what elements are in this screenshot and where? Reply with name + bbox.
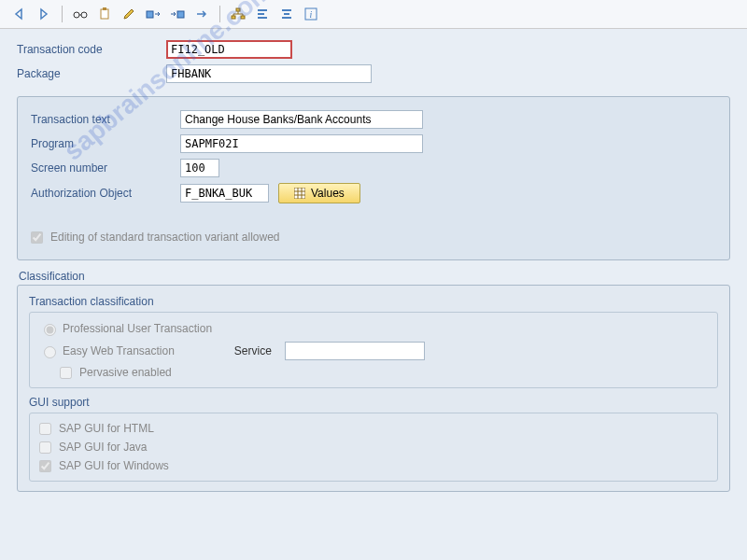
- transaction-code-input[interactable]: [166, 40, 292, 59]
- svg-point-0: [74, 12, 79, 18]
- professional-radio: [44, 324, 56, 336]
- main-content: Transaction code Package Transaction tex…: [0, 29, 747, 503]
- gui-java-label: SAP GUI for Java: [59, 441, 147, 454]
- values-button-label: Values: [311, 187, 345, 200]
- svg-rect-5: [147, 11, 153, 18]
- professional-label: Professional User Transaction: [63, 322, 212, 335]
- program-input[interactable]: [180, 134, 423, 153]
- gui-support-title: GUI support: [29, 396, 718, 409]
- details-panel: Transaction text Program Screen number A…: [17, 96, 730, 260]
- gui-windows-checkbox: [39, 460, 51, 472]
- clipboard-icon[interactable]: [94, 4, 115, 24]
- edit-variant-label: Editing of standard transaction variant …: [50, 231, 279, 244]
- easy-web-label: Easy Web Transaction: [63, 344, 175, 357]
- svg-rect-7: [236, 8, 240, 11]
- svg-rect-4: [103, 7, 106, 10]
- gui-html-label: SAP GUI for HTML: [59, 422, 154, 435]
- separator: [219, 6, 220, 22]
- tx-classification-inner: Professional User Transaction Easy Web T…: [29, 312, 718, 388]
- easy-web-radio: [44, 346, 56, 358]
- transaction-code-label: Transaction code: [17, 43, 166, 56]
- transaction-text-label: Transaction text: [31, 113, 180, 126]
- pencil-icon[interactable]: [119, 4, 139, 24]
- service-input: [285, 342, 425, 360]
- forward-icon[interactable]: [34, 4, 54, 24]
- align-left-icon[interactable]: [252, 4, 273, 24]
- pervasive-checkbox: [60, 367, 72, 379]
- gui-java-checkbox: [39, 441, 51, 454]
- gui-windows-label: SAP GUI for Windows: [59, 459, 169, 472]
- svg-rect-9: [241, 16, 245, 19]
- classification-box: Transaction classification Professional …: [17, 285, 730, 492]
- glasses-icon[interactable]: [70, 4, 91, 24]
- arrow-icon[interactable]: [191, 4, 212, 24]
- gui-support-inner: SAP GUI for HTML SAP GUI for Java SAP GU…: [29, 413, 718, 482]
- service-label: Service: [234, 344, 272, 357]
- screen-number-input[interactable]: [180, 159, 219, 177]
- back-icon[interactable]: [9, 4, 30, 24]
- svg-rect-6: [177, 11, 184, 18]
- svg-point-1: [81, 12, 87, 18]
- table-icon: [294, 188, 305, 199]
- pervasive-label: Pervasive enabled: [79, 366, 172, 379]
- transaction-text-input[interactable]: [180, 110, 423, 129]
- separator: [62, 6, 63, 22]
- gui-html-checkbox: [39, 423, 51, 435]
- screen-number-label: Screen number: [31, 161, 180, 175]
- tx-classification-title: Transaction classification: [29, 295, 718, 308]
- program-label: Program: [31, 137, 180, 150]
- align-center-icon[interactable]: [276, 4, 297, 24]
- package-label: Package: [17, 67, 166, 80]
- svg-rect-18: [294, 188, 305, 199]
- svg-rect-8: [232, 16, 235, 19]
- transport-in-icon[interactable]: [143, 4, 163, 24]
- svg-text:i: i: [310, 9, 313, 20]
- svg-rect-3: [101, 9, 108, 19]
- transport-out-icon[interactable]: [167, 4, 188, 24]
- info-icon[interactable]: i: [301, 4, 321, 24]
- package-input[interactable]: [166, 64, 372, 83]
- auth-object-label: Authorization Object: [31, 187, 180, 200]
- edit-variant-checkbox: [31, 231, 43, 244]
- hierarchy-icon[interactable]: [228, 4, 248, 24]
- app-toolbar: i: [0, 0, 747, 29]
- auth-object-input[interactable]: [180, 184, 269, 203]
- classification-title: Classification: [17, 270, 730, 283]
- values-button[interactable]: Values: [278, 183, 360, 203]
